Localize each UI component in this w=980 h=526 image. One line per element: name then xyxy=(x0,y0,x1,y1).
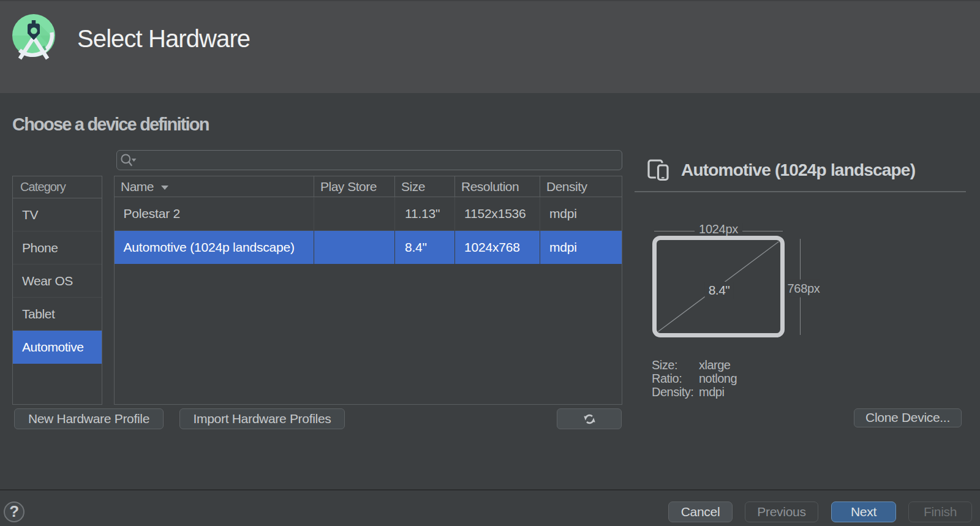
diagonal-size-label: 8.4" xyxy=(705,282,734,299)
spec-size-value: xlarge xyxy=(699,358,730,372)
next-button[interactable]: Next xyxy=(831,502,896,522)
cell-play-store xyxy=(314,197,395,230)
footer-divider xyxy=(0,489,980,490)
column-header-size[interactable]: Size xyxy=(395,176,455,197)
category-item-tablet[interactable]: Tablet xyxy=(13,298,102,331)
cell-resolution: 1152x1536 xyxy=(455,197,540,230)
category-item-automotive[interactable]: Automotive xyxy=(13,331,102,364)
refresh-icon xyxy=(583,412,596,426)
search-icon xyxy=(119,154,140,168)
cancel-button[interactable]: Cancel xyxy=(668,502,733,522)
dialog-title: Select Hardware xyxy=(77,0,250,77)
cell-resolution: 1024x768 xyxy=(455,231,540,265)
column-header-play-store[interactable]: Play Store xyxy=(314,176,395,197)
cell-name: Polestar 2 xyxy=(115,197,314,230)
finish-button[interactable]: Finish xyxy=(908,502,972,522)
cell-size: 11.13" xyxy=(395,197,455,230)
cell-size: 8.4" xyxy=(395,231,455,265)
refresh-button[interactable] xyxy=(557,408,622,429)
table-row-automotive-selected[interactable]: Automotive (1024p landscape) 8.4" 1024x7… xyxy=(115,231,622,265)
spec-ratio-value: notlong xyxy=(699,372,737,386)
android-studio-logo xyxy=(12,14,55,62)
table-row-polestar-2[interactable]: Polestar 2 11.13" 1152x1536 mdpi xyxy=(115,197,622,231)
section-title: Choose a device definition xyxy=(12,115,209,135)
category-item-tv[interactable]: TV xyxy=(13,198,102,231)
search-input[interactable] xyxy=(116,150,622,170)
cell-name: Automotive (1024p landscape) xyxy=(115,231,314,265)
category-header: Category xyxy=(13,176,102,198)
spec-density-value: mdpi xyxy=(699,385,724,399)
category-item-phone[interactable]: Phone xyxy=(13,231,102,265)
cell-density: mdpi xyxy=(540,231,622,265)
column-header-resolution[interactable]: Resolution xyxy=(455,176,540,197)
table-header-row: Name Play Store Size Resolution Density xyxy=(115,176,622,197)
dialog-header: Select Hardware xyxy=(0,0,980,93)
device-definition-icon xyxy=(647,158,669,181)
height-label: 768px xyxy=(788,280,820,298)
spec-density-label: Density: xyxy=(652,385,693,399)
sort-descending-icon xyxy=(161,186,168,190)
import-hardware-profiles-button[interactable]: Import Hardware Profiles xyxy=(179,408,345,429)
detail-separator xyxy=(635,191,966,192)
cell-density: mdpi xyxy=(540,197,622,230)
new-hardware-profile-button[interactable]: New Hardware Profile xyxy=(14,408,164,429)
width-label: 1024px xyxy=(695,223,742,235)
spec-size-label: Size: xyxy=(652,358,677,372)
spec-ratio-label: Ratio: xyxy=(652,372,682,386)
category-item-wear-os[interactable]: Wear OS xyxy=(13,265,102,298)
category-list: Category TV Phone Wear OS Tablet Automot… xyxy=(12,176,102,405)
select-hardware-dialog: Select Hardware Choose a device definiti… xyxy=(0,0,980,526)
device-table: Name Play Store Size Resolution Density … xyxy=(114,176,622,405)
column-header-density[interactable]: Density xyxy=(540,176,622,197)
device-detail-title: Automotive (1024p landscape) xyxy=(681,160,915,181)
cell-play-store xyxy=(314,231,395,265)
help-button[interactable]: ? xyxy=(4,502,24,522)
column-header-name[interactable]: Name xyxy=(115,176,314,197)
column-header-name-label: Name xyxy=(121,179,154,193)
clone-device-button[interactable]: Clone Device... xyxy=(854,408,962,427)
previous-button[interactable]: Previous xyxy=(745,502,818,522)
